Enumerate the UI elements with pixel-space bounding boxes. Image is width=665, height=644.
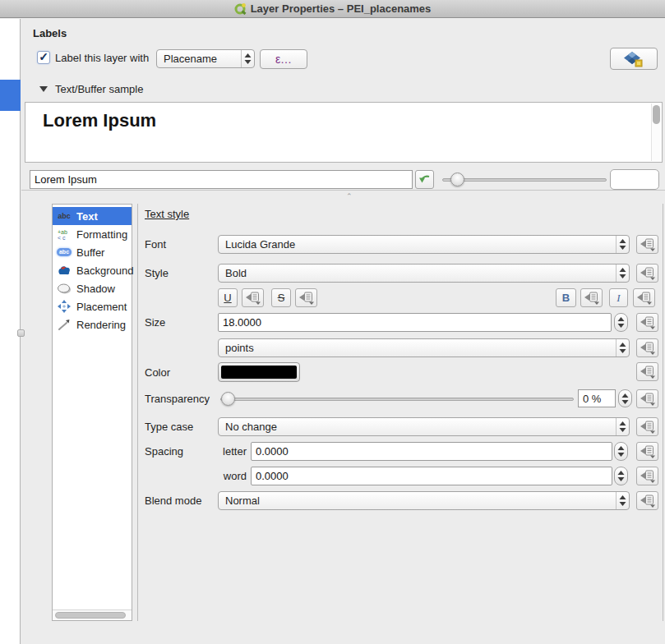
data-defined-icon <box>640 444 656 458</box>
slider-handle[interactable] <box>450 172 464 186</box>
text-style-title: Text style <box>145 208 189 220</box>
tab-placement[interactable]: Placement <box>53 297 132 315</box>
outer-selected-tab[interactable] <box>0 80 21 111</box>
undo-icon <box>418 174 431 185</box>
triangle-down-icon <box>39 86 48 92</box>
slider-handle[interactable] <box>221 392 235 406</box>
letter-data-defined-button[interactable] <box>636 442 658 461</box>
tab-label: Formatting <box>76 228 127 241</box>
data-defined-icon <box>640 341 656 355</box>
tab-label: Shadow <box>76 283 115 295</box>
tab-list-hscrollbar[interactable] <box>53 610 132 620</box>
letter-stepper[interactable] <box>614 442 628 461</box>
tab-text[interactable]: abc Text <box>53 207 132 225</box>
size-data-defined-button[interactable] <box>636 313 658 332</box>
size-stepper[interactable] <box>614 313 628 332</box>
combo-stepper-icon <box>616 492 629 509</box>
sample-section-toggle[interactable]: Text/Buffer sample <box>39 83 143 95</box>
expression-button[interactable]: ε… <box>260 49 307 69</box>
tab-list-hscrollbar-thumb[interactable] <box>55 612 126 619</box>
spacing-letter-input[interactable] <box>251 442 612 461</box>
font-data-defined-button[interactable] <box>636 235 658 254</box>
tab-label: Background <box>76 264 133 277</box>
svg-text:< c: < c <box>58 235 66 241</box>
size-input[interactable] <box>218 313 612 332</box>
sample-text-input[interactable] <box>30 170 413 189</box>
units-data-defined-button[interactable] <box>636 338 658 357</box>
italic-data-defined-button[interactable] <box>633 288 655 307</box>
strikeout-button[interactable]: S <box>271 288 291 307</box>
tab-formatting[interactable]: +ab < c Formatting <box>53 225 132 243</box>
tab-rendering[interactable]: Rendering <box>53 315 132 334</box>
panel-frame-left <box>137 204 138 621</box>
sample-size-box[interactable] <box>610 169 659 190</box>
font-select[interactable]: Lucida Grande <box>218 235 630 254</box>
transparency-value-box[interactable]: 0 % <box>578 389 616 407</box>
typecase-value: No change <box>219 418 616 435</box>
stepper-arrows-icon <box>617 446 625 457</box>
size-units-select[interactable]: points <box>218 338 630 357</box>
undo-button[interactable] <box>415 170 434 189</box>
formatting-icon: +ab < c <box>56 228 72 241</box>
bold-data-defined-button[interactable] <box>580 288 603 307</box>
blend-data-defined-button[interactable] <box>636 491 658 510</box>
bold-button[interactable]: B <box>556 288 576 307</box>
data-defined-icon <box>640 494 656 508</box>
italic-button[interactable]: I <box>609 288 628 307</box>
spacing-word-label: word <box>197 467 247 485</box>
underline-data-defined-button[interactable] <box>242 288 264 307</box>
background-shape-icon <box>56 264 72 276</box>
word-data-defined-button[interactable] <box>636 467 658 485</box>
labels-heading: Labels <box>33 27 67 39</box>
expression-button-label: ε… <box>275 53 292 66</box>
tab-label: Placement <box>76 301 127 313</box>
transparency-stepper[interactable] <box>618 389 632 407</box>
shadow-icon <box>56 283 72 294</box>
preview-scrollbar[interactable] <box>651 104 661 161</box>
splitter-grip[interactable] <box>17 329 25 337</box>
slider-track[interactable] <box>442 178 607 182</box>
tab-shadow[interactable]: Shadow <box>53 279 132 297</box>
stepper-arrows-icon <box>617 471 625 481</box>
tab-label: Rendering <box>76 319 126 331</box>
transparency-slider[interactable] <box>220 389 574 408</box>
style-data-defined-button[interactable] <box>636 264 658 283</box>
tab-background[interactable]: Background <box>53 261 132 279</box>
label-settings-tab-list: abc Text +ab < c Formatting abc Buffer <box>52 204 132 621</box>
label-layer-checkbox[interactable]: ✓ <box>37 51 50 64</box>
combo-stepper-icon <box>616 418 629 435</box>
slider-track[interactable] <box>220 398 574 401</box>
combo-stepper-icon <box>616 339 629 356</box>
splitter-caret-icon[interactable]: ⌃ <box>346 193 353 200</box>
combo-stepper-icon <box>241 50 254 67</box>
auto-placement-button[interactable] <box>610 48 658 70</box>
title-bar[interactable]: Layer Properties – PEI_placenames <box>0 0 665 18</box>
buffer-abc-icon: abc <box>56 248 72 256</box>
data-defined-icon <box>640 420 656 434</box>
label-layer-text: Label this layer with <box>55 48 149 67</box>
size-label: Size <box>145 313 165 332</box>
color-swatch-button[interactable] <box>218 362 300 382</box>
transparency-data-defined-button[interactable] <box>636 389 658 408</box>
underline-button[interactable]: U <box>218 288 238 307</box>
sample-preview: Lorem Ipsum <box>25 102 663 163</box>
font-label: Font <box>145 235 166 254</box>
data-defined-icon <box>640 469 656 483</box>
strikeout-data-defined-button[interactable] <box>295 288 317 307</box>
sample-size-slider[interactable] <box>442 170 607 189</box>
tab-buffer[interactable]: abc Buffer <box>53 243 132 261</box>
style-select[interactable]: Bold <box>218 264 630 283</box>
panel-frame-right <box>663 204 663 621</box>
transparency-value: 0 % <box>583 393 601 405</box>
blend-mode-value: Normal <box>219 492 616 509</box>
data-defined-icon <box>636 291 653 305</box>
preview-scrollbar-thumb[interactable] <box>653 105 660 124</box>
spacing-word-input[interactable] <box>251 467 612 485</box>
typecase-data-defined-button[interactable] <box>636 417 658 436</box>
typecase-select[interactable]: No change <box>218 417 630 436</box>
attribute-select[interactable]: Placename <box>156 49 255 68</box>
spacing-letter-label: letter <box>197 442 247 461</box>
word-stepper[interactable] <box>614 467 628 485</box>
blend-mode-select[interactable]: Normal <box>218 491 630 510</box>
color-data-defined-button[interactable] <box>636 362 658 381</box>
